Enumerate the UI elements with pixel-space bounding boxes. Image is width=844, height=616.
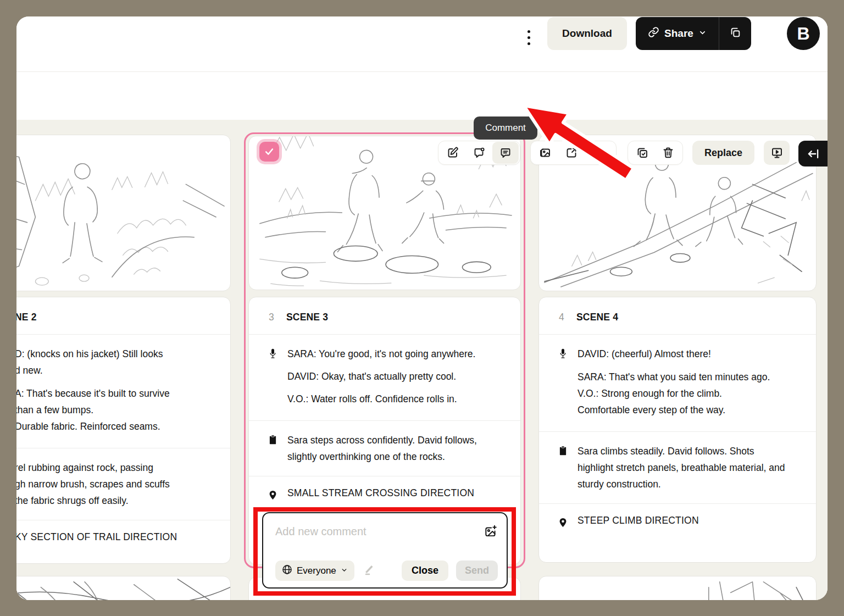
share-label: Share [664, 27, 693, 40]
scene4-number: 4 [559, 312, 564, 323]
download-button[interactable]: Download [547, 17, 627, 50]
copy-icon [729, 26, 741, 41]
scene2-dialogue: D: (knocks on his jacket) Still looks d … [16, 346, 170, 435]
toolbar: Replace [16, 72, 828, 120]
audience-label: Everyone [297, 565, 336, 576]
header-divider [16, 71, 828, 72]
toolbar-group-edit [438, 141, 520, 165]
toolbar-group-image [530, 141, 617, 165]
share-button-group: Share [636, 17, 751, 50]
chevron-down-icon [698, 27, 707, 40]
move-icon[interactable] [585, 142, 611, 164]
export-icon[interactable] [558, 142, 585, 164]
comment-input[interactable] [275, 521, 484, 538]
close-button[interactable]: Close [402, 560, 448, 581]
globe-icon [282, 564, 292, 578]
app-window: Download Share B [16, 16, 828, 600]
scene4-dialogue: DAVID: (cheerful) Almost there! SARA: Th… [578, 346, 770, 418]
select-all-icon[interactable] [629, 142, 656, 164]
microphone-icon [559, 346, 568, 418]
scene4-title: SCENE 4 [576, 312, 618, 323]
presentation-play-icon[interactable] [764, 141, 790, 165]
sketch [539, 576, 816, 600]
chevron-down-icon [341, 565, 348, 576]
header: Download Share B [16, 16, 828, 71]
scene2-title: NE 2 [16, 312, 37, 323]
sketch [16, 576, 230, 600]
scene2-action: rel rubbing against rock, passing gh nar… [16, 459, 170, 509]
share-button[interactable]: Share [636, 17, 719, 50]
scene2-image[interactable] [16, 135, 231, 291]
next-row-image-left[interactable] [16, 576, 231, 600]
scene4-direction: STEEP CLIMB DIRECTION [578, 515, 699, 530]
scene3-action: Sara steps across confidently. David fol… [287, 432, 501, 465]
scene3-dialogue: SARA: You're good, it's not going anywhe… [287, 346, 475, 407]
edit-icon[interactable] [440, 142, 466, 164]
trash-icon[interactable] [656, 142, 682, 164]
replace-button[interactable]: Replace [692, 141, 754, 165]
replace-image-icon[interactable] [532, 142, 558, 164]
comment-popup: Everyone Close Send [262, 512, 508, 589]
scene3-title: SCENE 3 [286, 312, 328, 323]
scene4-card[interactable]: 4 SCENE 4 DAVID: (cheerful) Almost there… [538, 297, 817, 563]
toolbar-group-manage [628, 141, 683, 165]
avatar[interactable]: B [787, 17, 820, 50]
image-add-icon[interactable] [484, 521, 498, 541]
scene2-sketch [16, 135, 230, 291]
clipboard-icon [269, 432, 277, 465]
clipboard-icon [559, 443, 568, 492]
link-icon [648, 26, 659, 41]
storyboard-grid: NE 2 D: (knocks on his jacket) Still loo… [16, 120, 828, 600]
location-pin-icon [269, 487, 277, 503]
audience-select[interactable]: Everyone [275, 560, 354, 581]
comment-tooltip: Comment [474, 116, 537, 140]
microphone-icon [269, 346, 277, 407]
scene3-checkbox[interactable] [259, 142, 279, 162]
collapse-left-icon[interactable] [798, 141, 828, 167]
scene4-action: Sara climbs steadily. David follows. Sho… [578, 443, 786, 492]
kebab-menu-icon[interactable] [522, 24, 535, 51]
comment-icon[interactable] [492, 142, 519, 164]
scene3-direction: SMALL STREAM CROSSING DIRECTION [287, 487, 474, 503]
location-pin-icon [559, 515, 568, 530]
copy-link-button[interactable] [719, 17, 751, 50]
scene3-number: 3 [269, 312, 274, 323]
scene2-card[interactable]: NE 2 D: (knocks on his jacket) Still loo… [16, 297, 231, 564]
scene2-direction: KY SECTION OF TRAIL DIRECTION [16, 531, 177, 543]
next-row-image-right[interactable] [538, 576, 817, 600]
comment-pin-icon[interactable] [466, 142, 492, 164]
send-button[interactable]: Send [456, 560, 498, 581]
draw-disabled-icon[interactable] [362, 563, 375, 579]
